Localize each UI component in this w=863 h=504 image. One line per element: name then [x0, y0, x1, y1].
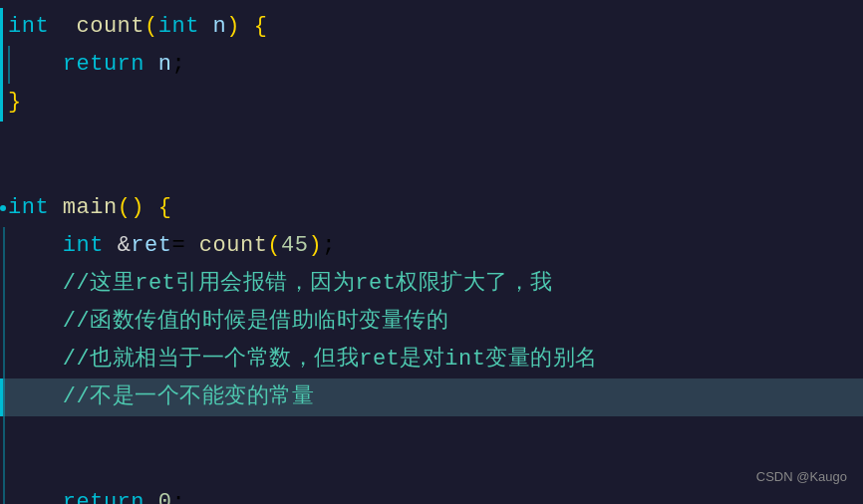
line-content-3: } [8, 86, 863, 120]
line-content-1: int count(int n) { [8, 10, 863, 44]
code-line-1: int count(int n) { [0, 8, 863, 46]
code-line-13 [0, 450, 863, 484]
code-line-6: int main() { [0, 189, 863, 227]
code-line-4 [0, 122, 863, 155]
line-content-11: //不是一个不能变的常量 [8, 380, 863, 414]
line-content-9: //函数传值的时候是借助临时变量传的 [8, 305, 863, 339]
code-line-5 [0, 155, 863, 189]
code-line-11: //不是一个不能变的常量 [0, 378, 863, 416]
line-content-2: return n; [8, 48, 863, 82]
code-line-2: return n; [0, 46, 863, 84]
code-line-8: //这里ret引用会报错，因为ret权限扩大了，我 [0, 265, 863, 303]
line-content-6: int main() { [8, 191, 863, 225]
code-line-10: //也就相当于一个常数，但我ret是对int变量的别名 [0, 341, 863, 378]
line-content-7: int &ret= count(45); [8, 229, 863, 263]
code-line-12 [0, 416, 863, 450]
code-line-3: } [0, 84, 863, 122]
code-line-14: return 0; [0, 484, 863, 504]
line-content-14: return 0; [8, 486, 863, 504]
code-line-9: //函数传值的时候是借助临时变量传的 [0, 303, 863, 341]
code-line-7: int &ret= count(45); [0, 227, 863, 265]
line-content-8: //这里ret引用会报错，因为ret权限扩大了，我 [8, 267, 863, 301]
watermark: CSDN @Kaugo [756, 469, 847, 484]
code-editor: int count(int n) { return n; } int main(… [0, 0, 863, 504]
line-content-10: //也就相当于一个常数，但我ret是对int变量的别名 [8, 343, 863, 377]
